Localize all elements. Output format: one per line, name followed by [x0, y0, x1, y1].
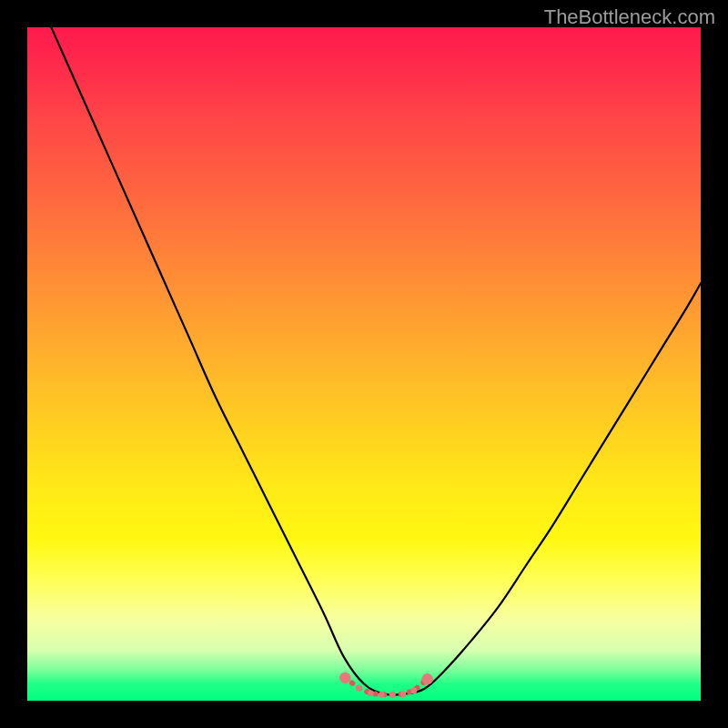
plot-area [27, 27, 701, 701]
highlight-dot [368, 690, 374, 696]
highlight-dot [356, 685, 362, 692]
highlight-dot [400, 691, 407, 697]
highlight-dot [339, 672, 350, 683]
highlight-dot [410, 688, 417, 694]
highlight-dot [421, 673, 432, 684]
highlight-dot [389, 692, 396, 698]
curve-layer [27, 27, 701, 701]
watermark-text: TheBottleneck.com [544, 5, 715, 29]
highlight-dot [379, 692, 385, 698]
bottleneck-curve-path [27, 27, 701, 695]
highlight-markers [339, 672, 433, 698]
chart-stage: TheBottleneck.com [0, 0, 728, 728]
